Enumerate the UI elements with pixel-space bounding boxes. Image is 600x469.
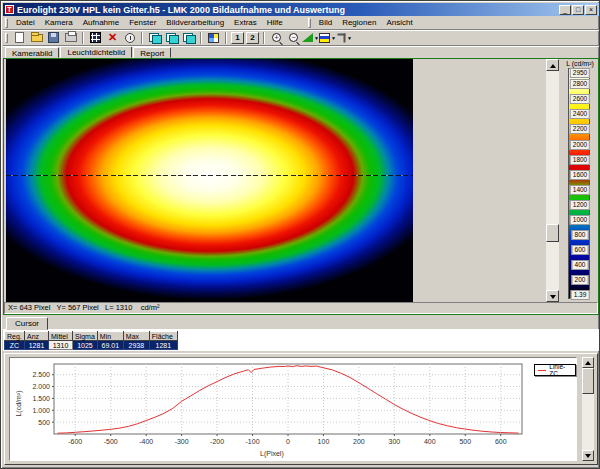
menu-regionen[interactable]: Regionen xyxy=(337,17,381,28)
zoom-out-button[interactable]: − xyxy=(285,31,302,45)
image-status-line: X= 643 Pixel Y= 567 Pixel L= 1310 cd/m² xyxy=(4,302,598,314)
svg-text:600: 600 xyxy=(495,438,507,445)
legend-tick-label: 1.39 xyxy=(571,290,590,300)
cell-max[interactable]: 2938 xyxy=(123,341,149,350)
legend-tick-label: 2600 xyxy=(570,94,590,104)
legend-title: L (cd/m²) xyxy=(561,60,599,67)
toolbar-separator xyxy=(141,32,143,44)
svg-text:100: 100 xyxy=(318,438,330,445)
cursor-line[interactable] xyxy=(6,175,413,176)
palette-icon xyxy=(319,33,330,43)
legend-tick-label: 400 xyxy=(572,260,589,270)
toolbar-grip[interactable] xyxy=(5,33,8,43)
cell-flaeche[interactable]: 1281 xyxy=(149,341,177,350)
svg-text:2.000: 2.000 xyxy=(32,383,50,390)
toolbar-grip[interactable] xyxy=(308,18,311,28)
svg-text:1.500: 1.500 xyxy=(32,395,50,402)
scrollbar-thumb[interactable] xyxy=(546,224,559,242)
scroll-up-button[interactable] xyxy=(546,59,559,71)
scroll-up-button[interactable] xyxy=(582,357,594,368)
legend-tick-label: 1400 xyxy=(570,185,590,195)
copy-region-button[interactable] xyxy=(163,31,180,45)
arrow-down-icon xyxy=(550,295,556,299)
cell-sigma[interactable]: 1025 xyxy=(73,341,98,350)
menu-fenster[interactable]: Fenster xyxy=(124,17,161,28)
toolbar-separator xyxy=(225,32,227,44)
delete-icon: ✕ xyxy=(108,32,117,43)
false-color-view-button[interactable] xyxy=(205,31,222,45)
table-header-row: Reg. Anz Mittel Sigma Min Max Fläche xyxy=(5,332,178,341)
zoom-out-icon: − xyxy=(289,33,298,42)
chevron-down-icon: ▼ xyxy=(347,35,352,41)
copy-region-icon xyxy=(166,33,178,43)
menu-extras[interactable]: Extras xyxy=(229,17,262,28)
svg-text:500: 500 xyxy=(38,419,50,426)
profile-chart: -600-500-400-300-200-1000100200300400500… xyxy=(9,357,577,461)
copy-all-button[interactable] xyxy=(180,31,197,45)
menu-ansicht[interactable]: Ansicht xyxy=(381,17,417,28)
menu-kamera[interactable]: Kamera xyxy=(40,17,78,28)
view-1-button[interactable]: 1 xyxy=(231,32,244,44)
toolbar-separator xyxy=(82,32,84,44)
menu-hilfe[interactable]: Hilfe xyxy=(262,17,288,28)
zoom-in-button[interactable]: + xyxy=(268,31,285,45)
view-2-button[interactable]: 2 xyxy=(246,32,259,44)
legend-tick-label: 2800 xyxy=(570,79,590,89)
scroll-down-button[interactable] xyxy=(582,450,594,461)
svg-text:300: 300 xyxy=(389,438,401,445)
col-sigma[interactable]: Sigma xyxy=(73,332,98,341)
close-button[interactable]: × xyxy=(585,5,597,15)
save-button[interactable] xyxy=(45,31,62,45)
col-flaeche[interactable]: Fläche xyxy=(149,332,177,341)
luminance-image[interactable] xyxy=(6,59,413,302)
tab-report[interactable]: Report xyxy=(133,47,171,58)
table-row[interactable]: ZC 1281 1310 1025 69.01 2938 1281 xyxy=(5,341,178,350)
col-min[interactable]: Min xyxy=(97,332,123,341)
col-anz[interactable]: Anz xyxy=(25,332,49,341)
legend-tick-label: 2950 xyxy=(570,68,590,78)
image-vertical-scrollbar[interactable] xyxy=(546,59,559,302)
tab-kamerabild[interactable]: Kamerabild xyxy=(5,47,59,58)
col-mittel[interactable]: Mittel xyxy=(49,332,73,341)
cell-reg[interactable]: ZC xyxy=(5,341,25,350)
measure-tool-icon xyxy=(338,33,346,42)
print-button[interactable] xyxy=(62,31,79,45)
capture-timer-button[interactable] xyxy=(121,31,138,45)
svg-text:-500: -500 xyxy=(104,438,118,445)
cell-anz[interactable]: 1281 xyxy=(25,341,49,350)
palette-button[interactable]: ▼ xyxy=(319,31,336,45)
open-file-button[interactable] xyxy=(28,31,45,45)
chart-vertical-scrollbar[interactable] xyxy=(582,357,594,461)
menu-bildverarbeitung[interactable]: Bildverarbeitung xyxy=(161,17,229,28)
scroll-down-button[interactable] xyxy=(546,290,559,302)
arrow-down-icon xyxy=(585,454,591,458)
cell-min[interactable]: 69.01 xyxy=(97,341,123,350)
cell-mittel[interactable]: 1310 xyxy=(49,341,73,350)
capture-grid-button[interactable] xyxy=(87,31,104,45)
maximize-button[interactable]: □ xyxy=(572,5,584,15)
color-scale-legend: L (cd/m²) 295028002600240022002000180016… xyxy=(561,59,599,302)
cursor-readout: X= 643 Pixel Y= 567 Pixel L= 1310 cd/m² xyxy=(8,303,159,312)
scaling-curve-button[interactable]: ▼ xyxy=(302,31,319,45)
profile-chart-plot: -600-500-400-300-200-1000100200300400500… xyxy=(10,358,578,462)
new-file-button[interactable] xyxy=(11,31,28,45)
title-bar[interactable]: T Eurolight 230V HPL kein Gitter.h5 - LM… xyxy=(3,3,599,16)
copy-all-icon xyxy=(183,33,195,43)
toolbar-grip[interactable] xyxy=(5,18,8,28)
tab-leuchtdichtebild[interactable]: Leuchtdichtebild xyxy=(60,46,132,58)
app-window: T Eurolight 230V HPL kein Gitter.h5 - LM… xyxy=(0,0,600,469)
minimize-button[interactable]: _ xyxy=(559,5,571,15)
menu-datei[interactable]: Datei xyxy=(11,17,40,28)
col-reg[interactable]: Reg. xyxy=(5,332,25,341)
col-max[interactable]: Max xyxy=(123,332,149,341)
tab-cursor[interactable]: Cursor xyxy=(6,317,48,330)
menu-bild[interactable]: Bild xyxy=(314,17,337,28)
scrollbar-thumb[interactable] xyxy=(582,368,594,394)
zoom-in-icon: + xyxy=(272,33,281,42)
delete-button[interactable]: ✕ xyxy=(104,31,121,45)
svg-text:1.000: 1.000 xyxy=(32,407,50,414)
legend-tick-labels: 2950280026002400220020001800160014001200… xyxy=(561,68,599,299)
copy-image-button[interactable] xyxy=(146,31,163,45)
menu-aufnahme[interactable]: Aufnahme xyxy=(78,17,124,28)
measure-tool-button[interactable]: ▼ xyxy=(336,31,353,45)
